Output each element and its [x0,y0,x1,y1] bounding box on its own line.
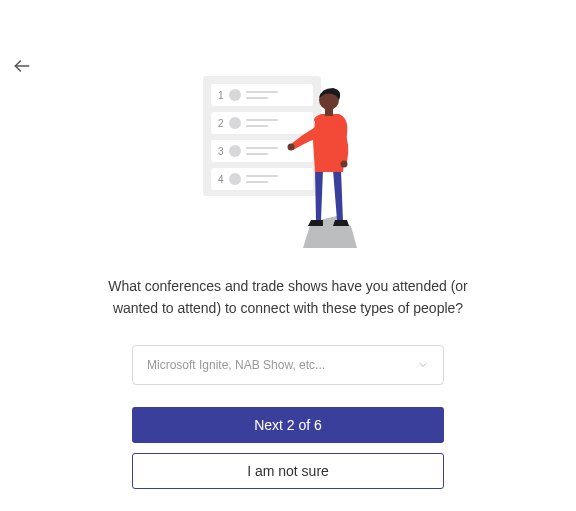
svg-rect-2 [211,84,313,106]
svg-rect-5 [211,168,313,190]
svg-text:2: 2 [218,118,224,129]
conference-select[interactable]: Microsoft Ignite, NAB Show, etc... [132,345,444,385]
illustration-person-list: 1 2 3 4 [193,70,383,250]
svg-point-23 [341,161,348,168]
svg-text:4: 4 [218,174,224,185]
not-sure-button[interactable]: I am not sure [132,453,444,489]
next-button[interactable]: Next 2 of 6 [132,407,444,443]
svg-point-11 [229,117,241,129]
svg-text:3: 3 [218,146,224,157]
svg-point-13 [229,173,241,185]
svg-rect-3 [211,112,313,134]
svg-point-22 [288,144,295,151]
onboarding-step: 1 2 3 4 [0,70,576,489]
select-placeholder: Microsoft Ignite, NAB Show, etc... [147,358,325,372]
svg-point-10 [229,89,241,101]
svg-point-12 [229,145,241,157]
chevron-down-icon [417,359,429,371]
svg-text:1: 1 [218,90,224,101]
question-text: What conferences and trade shows have yo… [98,276,478,319]
